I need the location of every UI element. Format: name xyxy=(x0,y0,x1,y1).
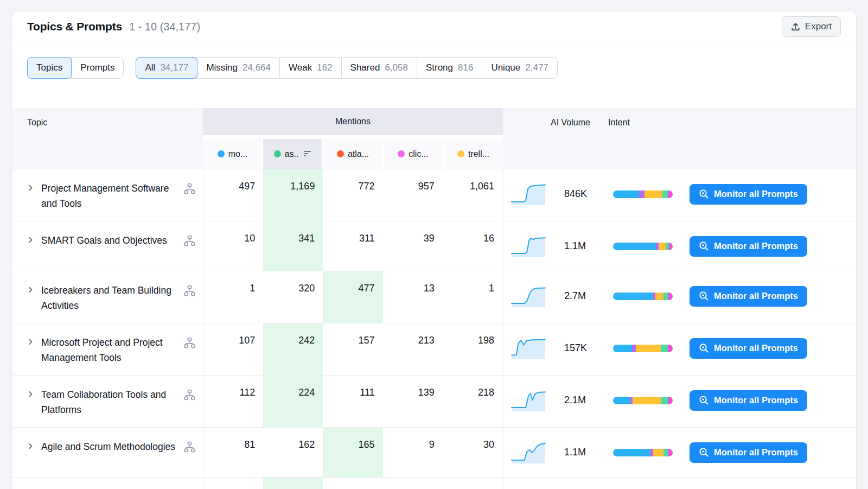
competitor-header-trell[interactable]: trell... xyxy=(444,139,503,169)
mention-value: 107 xyxy=(203,323,263,375)
hierarchy-icon[interactable] xyxy=(184,235,195,261)
card-header: Topics & Prompts 1 - 10 (34,177) Export xyxy=(12,11,856,42)
hierarchy-icon[interactable] xyxy=(184,337,195,365)
competitor-label: as.. xyxy=(285,149,299,159)
competitor-header-mo[interactable]: mo... xyxy=(203,139,262,169)
monitor-button-label: Monitor all Prompts xyxy=(714,241,798,251)
mentions-cells: 1320477131 xyxy=(203,271,503,323)
table-row: Project Management Software and Tools497… xyxy=(12,169,856,221)
mention-value: 1 xyxy=(203,271,263,323)
competitor-label: trell... xyxy=(468,149,489,159)
mention-value: 111 xyxy=(323,376,382,427)
expand-chevron-icon[interactable] xyxy=(27,236,34,261)
filter-all[interactable]: All34,177 xyxy=(136,58,197,78)
view-toggle-topics[interactable]: Topics xyxy=(28,58,72,78)
table-row: Icebreakers and Team Building Activities… xyxy=(12,271,856,323)
hierarchy-icon[interactable] xyxy=(184,285,195,313)
expand-chevron-icon[interactable] xyxy=(27,338,34,365)
monitor-button-label: Monitor all Prompts xyxy=(714,189,798,199)
topic-name[interactable]: Agile and Scrum Methodologies xyxy=(41,439,177,467)
intent-segment xyxy=(613,345,632,352)
mention-value: 198 xyxy=(443,323,502,375)
topic-name[interactable]: Microsoft Project and Project Management… xyxy=(41,335,177,365)
ai-volume-sparkline xyxy=(510,232,546,261)
topic-name[interactable]: Project Management Software and Tools xyxy=(41,181,177,211)
ai-volume-sparkline xyxy=(510,180,546,208)
ai-volume-value: 1.1M xyxy=(564,240,598,252)
filter-strong[interactable]: Strong816 xyxy=(417,58,482,78)
mentions-cells: 4971,1697729571,061 xyxy=(203,169,503,221)
filters-row: TopicsPrompts All34,177Missing24,664Weak… xyxy=(12,42,856,108)
monitor-all-prompts-button[interactable]: Monitor all Prompts xyxy=(690,286,807,307)
monitor-all-prompts-button[interactable]: Monitor all Prompts xyxy=(690,184,807,205)
topics-table: Topic Mentions mo...as..atla...clic...tr… xyxy=(12,108,856,489)
status-filters: All34,177Missing24,664Weak162Shared6,058… xyxy=(136,57,557,79)
monitor-all-prompts-button[interactable]: Monitor all Prompts xyxy=(690,390,807,411)
table-header: Topic Mentions mo...as..atla...clic...tr… xyxy=(12,108,856,169)
filter-label: Shared xyxy=(350,62,380,73)
intent-segment xyxy=(662,190,668,198)
filter-count: 6,058 xyxy=(385,62,408,73)
mention-value: 1 xyxy=(443,271,502,323)
mention-value: 13 xyxy=(383,271,443,323)
intent-bar xyxy=(613,397,673,404)
topic-cell: Project Management Software and Tools xyxy=(12,169,203,221)
export-button[interactable]: Export xyxy=(782,16,841,37)
competitor-label: mo... xyxy=(228,149,248,159)
column-header-topic[interactable]: Topic xyxy=(12,108,203,169)
filter-weak[interactable]: Weak162 xyxy=(280,58,342,78)
ai-volume-value: 157K xyxy=(564,342,598,354)
export-label: Export xyxy=(805,21,832,32)
row-right-section: 846KMonitor all Prompts xyxy=(503,169,856,219)
expand-chevron-icon[interactable] xyxy=(27,442,34,467)
table-row: Team Collaboration Tools and Platforms11… xyxy=(12,375,856,427)
topic-cell: Icebreakers and Team Building Activities xyxy=(12,271,203,323)
ai-volume-sparkline xyxy=(510,386,546,415)
competitor-header-as[interactable]: as.. xyxy=(263,139,322,169)
intent-segment xyxy=(655,293,663,300)
monitor-all-prompts-button[interactable]: Monitor all Prompts xyxy=(690,442,807,463)
pagination-range: 1 - 10 (34,177) xyxy=(129,21,200,33)
mention-value: 112 xyxy=(203,376,263,427)
table-row: Agile and Scrum Methodologies81162165930… xyxy=(12,427,856,477)
ai-volume-value: 1.1M xyxy=(564,447,598,458)
column-header-ai-volume[interactable]: AI Volume xyxy=(551,118,590,169)
monitor-magnifier-icon xyxy=(699,189,709,199)
expand-chevron-icon[interactable] xyxy=(27,286,34,313)
view-toggle-prompts[interactable]: Prompts xyxy=(72,58,123,78)
monitor-magnifier-icon xyxy=(699,241,709,251)
competitor-header-clic[interactable]: clic... xyxy=(384,139,443,169)
monitor-all-prompts-button[interactable]: Monitor all Prompts xyxy=(690,236,807,257)
filter-label: Missing xyxy=(206,62,238,73)
filter-label: Weak xyxy=(289,62,312,73)
monitor-all-prompts-button[interactable]: Monitor all Prompts xyxy=(690,338,807,359)
topic-name[interactable]: SMART Goals and Objectives xyxy=(41,233,177,261)
intent-segment xyxy=(613,243,656,250)
expand-chevron-icon[interactable] xyxy=(27,184,34,211)
intent-segment xyxy=(639,190,644,198)
intent-segment xyxy=(666,243,669,250)
topic-name[interactable]: Team Collaboration Tools and Platforms xyxy=(41,387,177,417)
mentions-cells: 81162165930 xyxy=(203,428,503,477)
intent-segment xyxy=(663,293,668,300)
hierarchy-icon[interactable] xyxy=(184,389,195,417)
mentions-subheaders: mo...as..atla...clic...trell... xyxy=(203,139,503,169)
topic-name[interactable]: Icebreakers and Team Building Activities xyxy=(41,283,177,313)
monitor-magnifier-icon xyxy=(699,343,709,353)
mention-value: 242 xyxy=(263,323,323,375)
expand-chevron-icon[interactable] xyxy=(27,390,34,417)
table-body: Project Management Software and Tools497… xyxy=(12,169,856,489)
row-right-section: 2.1MMonitor all Prompts xyxy=(503,376,856,425)
filter-missing[interactable]: Missing24,664 xyxy=(197,58,280,78)
hierarchy-icon[interactable] xyxy=(184,441,195,467)
band-spacer xyxy=(203,135,503,139)
mention-value: 139 xyxy=(383,376,443,427)
mention-value: 772 xyxy=(323,169,382,221)
filter-shared[interactable]: Shared6,058 xyxy=(342,58,417,78)
mention-value: 16 xyxy=(443,221,502,271)
mention-value: 1,061 xyxy=(443,169,502,221)
topic-cell: SMART Goals and Objectives xyxy=(12,221,203,271)
filter-unique[interactable]: Unique2,477 xyxy=(482,58,557,78)
hierarchy-icon[interactable] xyxy=(184,183,195,211)
competitor-header-atla[interactable]: atla... xyxy=(323,139,382,169)
